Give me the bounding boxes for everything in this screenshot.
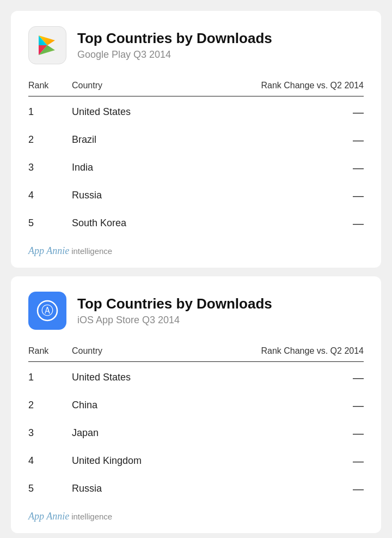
row-country: India [72, 162, 244, 174]
google-play-icon [28, 26, 66, 64]
google-brand-name: App Annie [28, 245, 69, 257]
ios-card-header: Ⓐ Top Countries by Downloads iOS App Sto… [28, 292, 364, 330]
row-change: — [244, 106, 364, 119]
col-country-label: Country [72, 81, 244, 90]
table-row: 3 India — [28, 154, 364, 182]
google-play-card: Top Countries by Downloads Google Play Q… [11, 11, 381, 268]
google-play-rows: 1 United States — 2 Brazil — 3 India — 4… [28, 99, 364, 238]
table-row: 1 United States — [28, 364, 364, 392]
ios-rows: 1 United States — 2 China — 3 Japan — 4 … [28, 364, 364, 503]
page: Top Countries by Downloads Google Play Q… [0, 0, 392, 538]
ios-app-store-icon: Ⓐ [28, 292, 66, 330]
table-row: 4 United Kingdom — [28, 448, 364, 475]
row-rank: 1 [28, 106, 72, 119]
row-rank: 5 [28, 483, 72, 495]
row-change: — [244, 427, 364, 440]
ios-card: Ⓐ Top Countries by Downloads iOS App Sto… [11, 276, 381, 533]
ios-col-change-label: Rank Change vs. Q2 2014 [244, 346, 364, 356]
row-country: Japan [72, 427, 244, 440]
row-change: — [244, 134, 364, 147]
row-rank: 2 [28, 400, 72, 412]
ios-table: Rank Country Rank Change vs. Q2 2014 1 U… [28, 343, 364, 503]
ios-table-divider [28, 361, 364, 362]
row-rank: 2 [28, 134, 72, 147]
row-country: Brazil [72, 134, 244, 147]
row-rank: 3 [28, 162, 72, 174]
row-rank: 3 [28, 427, 72, 440]
table-row: 2 China — [28, 392, 364, 420]
google-brand-suffix: intelligence [71, 246, 112, 256]
row-rank: 5 [28, 217, 72, 230]
ios-title: Top Countries by Downloads [77, 295, 272, 312]
row-change: — [244, 162, 364, 174]
row-change: — [244, 190, 364, 202]
row-country: United Kingdom [72, 455, 244, 468]
col-change-label: Rank Change vs. Q2 2014 [244, 81, 364, 90]
row-change: — [244, 455, 364, 468]
row-change: — [244, 400, 364, 412]
ios-table-header: Rank Country Rank Change vs. Q2 2014 [28, 343, 364, 361]
google-play-title: Top Countries by Downloads [77, 30, 272, 47]
row-rank: 4 [28, 190, 72, 202]
row-country: United States [72, 106, 244, 119]
google-play-brand: App Annie intelligence [28, 245, 364, 257]
table-row: 5 Russia — [28, 475, 364, 503]
google-play-header-text: Top Countries by Downloads Google Play Q… [77, 30, 272, 61]
google-play-card-header: Top Countries by Downloads Google Play Q… [28, 26, 364, 64]
row-country: South Korea [72, 217, 244, 230]
row-change: — [244, 217, 364, 230]
ios-col-rank-label: Rank [28, 346, 72, 356]
ios-subtitle: iOS App Store Q3 2014 [77, 315, 272, 326]
table-row: 3 Japan — [28, 420, 364, 448]
google-play-table-header: Rank Country Rank Change vs. Q2 2014 [28, 77, 364, 96]
table-row: 2 Brazil — [28, 126, 364, 154]
ios-header-text: Top Countries by Downloads iOS App Store… [77, 295, 272, 326]
row-change: — [244, 372, 364, 384]
row-rank: 4 [28, 455, 72, 468]
ios-col-country-label: Country [72, 346, 244, 356]
row-change: — [244, 483, 364, 495]
row-country: China [72, 400, 244, 412]
google-play-table: Rank Country Rank Change vs. Q2 2014 1 U… [28, 77, 364, 238]
table-row: 5 South Korea — [28, 210, 364, 238]
row-country: Russia [72, 190, 244, 202]
row-country: United States [72, 372, 244, 384]
row-country: Russia [72, 483, 244, 495]
ios-brand: App Annie intelligence [28, 511, 364, 522]
ios-brand-suffix: intelligence [71, 512, 112, 521]
google-play-subtitle: Google Play Q3 2014 [77, 49, 272, 61]
table-row: 1 United States — [28, 99, 364, 126]
ios-brand-name: App Annie [28, 511, 69, 522]
row-rank: 1 [28, 372, 72, 384]
svg-text:Ⓐ: Ⓐ [41, 304, 53, 317]
table-divider [28, 96, 364, 96]
table-row: 4 Russia — [28, 182, 364, 210]
col-rank-label: Rank [28, 81, 72, 90]
